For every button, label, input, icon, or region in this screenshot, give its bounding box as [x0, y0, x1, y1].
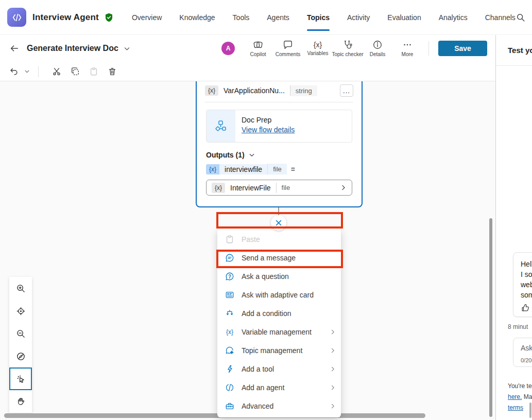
menu-item-ask-with-adaptive-card[interactable]: Ask with adaptive card	[217, 286, 341, 304]
chat-input-card: 0/200	[513, 338, 532, 367]
details-label: Details	[370, 51, 386, 57]
chat-input[interactable]	[521, 344, 532, 352]
flow-card[interactable]: Doc Prep View flow details	[206, 110, 352, 143]
agent-logo-icon	[7, 8, 26, 27]
paste-icon	[86, 64, 101, 79]
submenu-chevron-right-icon	[330, 347, 336, 354]
copilot-studio-window: Interview Agent Overview Knowledge Tools…	[0, 0, 532, 420]
delete-icon[interactable]	[105, 64, 120, 79]
menu-label: Ask a question	[242, 272, 289, 281]
set-variable-node[interactable]: {x} VarApplicationNu... string ...	[196, 81, 363, 207]
topic-checker-label: Topic checker	[332, 51, 363, 57]
back-arrow-icon[interactable]	[6, 40, 23, 57]
nav-analytics[interactable]: Analytics	[439, 0, 468, 34]
nav-topics[interactable]: Topics	[307, 0, 330, 34]
menu-item-add-an-agent[interactable]: Add an agent	[217, 378, 341, 397]
nav-tools[interactable]: Tools	[233, 0, 250, 34]
test-panel-scrollbar[interactable]	[529, 402, 531, 418]
edit-toolbar	[0, 62, 495, 81]
more-label: More	[402, 51, 414, 57]
canvas-tool-rail	[9, 277, 32, 413]
copilot-label: Copilot	[250, 51, 266, 57]
comments-label: Comments	[276, 51, 300, 57]
input-chevron-right-icon[interactable]	[340, 184, 347, 191]
test-panel-footer: You're tes here. Mak terms	[508, 381, 532, 413]
equals-sign: =	[291, 165, 295, 173]
canvas-vertical-scrollbar[interactable]	[489, 218, 492, 417]
output-value-input[interactable]: {x} InterviewFile file	[206, 180, 352, 196]
terms-link[interactable]: terms	[508, 404, 523, 411]
output-variable-name: interviewfile	[219, 164, 267, 174]
authoring-canvas[interactable]: {x} VarApplicationNu... string ...	[0, 81, 495, 420]
avatar[interactable]: A	[221, 42, 235, 55]
copy-icon[interactable]	[67, 64, 83, 79]
minimap-toggle-icon[interactable]	[9, 345, 32, 367]
more-button[interactable]: More	[393, 37, 421, 60]
search-icon[interactable]	[513, 10, 528, 25]
variables-button[interactable]: {x} Variables	[304, 37, 332, 60]
edit-toolbar-divider	[38, 66, 39, 77]
message-line: Hell	[521, 259, 532, 269]
here-link[interactable]: here.	[508, 393, 522, 400]
menu-item-topic-management[interactable]: Topic management	[217, 341, 341, 360]
topic-management-icon	[225, 345, 235, 356]
input-variable-name: InterviewFile	[225, 184, 276, 192]
outputs-chevron-down-icon[interactable]	[249, 152, 255, 158]
comments-button[interactable]: Comments	[274, 37, 302, 60]
node-variable-row[interactable]: {x} VarApplicationNu... string ...	[205, 84, 353, 102]
copilot-button[interactable]: Copilot	[244, 37, 272, 60]
ask-question-icon	[225, 271, 235, 282]
pan-hand-icon[interactable]	[9, 390, 32, 413]
outputs-header[interactable]: Outputs (1)	[206, 151, 362, 159]
menu-item-ask-a-question[interactable]: Ask a question	[217, 267, 341, 286]
menu-item-send-a-message[interactable]: Send a message	[217, 249, 341, 267]
menu-label: Add an agent	[242, 383, 284, 392]
canvas-horizontal-scrollbar[interactable]	[4, 413, 425, 418]
menu-item-add-a-tool[interactable]: Add a tool	[217, 360, 341, 378]
menu-item-advanced[interactable]: Advanced	[217, 397, 341, 415]
select-tool-icon[interactable]	[9, 367, 32, 390]
undo-icon[interactable]	[6, 64, 22, 79]
center-canvas-icon[interactable]	[9, 300, 32, 322]
condition-branch-icon	[225, 308, 235, 319]
undo-chevron-down-icon[interactable]	[22, 64, 32, 79]
submenu-chevron-right-icon	[330, 366, 336, 372]
topic-header-bar: Generate Interview Doc A Copilot Comment…	[0, 35, 495, 62]
footer-text: You're tes	[508, 381, 532, 392]
topic-title: Generate Interview Doc	[27, 44, 118, 53]
output-variable-chip[interactable]: {x} interviewfile file =	[206, 164, 362, 174]
nav-overview[interactable]: Overview	[132, 0, 162, 34]
nav-knowledge[interactable]: Knowledge	[179, 0, 215, 34]
close-add-node-icon[interactable]	[271, 215, 286, 231]
message-line: som	[521, 290, 532, 300]
verified-shield-icon	[105, 13, 113, 22]
thumbs-up-icon[interactable]	[521, 303, 532, 312]
zoom-out-icon[interactable]	[9, 322, 32, 345]
node-more-icon[interactable]: ...	[340, 84, 353, 97]
nav-evaluation[interactable]: Evaluation	[387, 0, 421, 34]
output-variable-type: file	[267, 164, 287, 174]
char-counter: 0/200	[521, 357, 532, 363]
topic-title-chevron-down-icon[interactable]	[124, 45, 130, 52]
variable-prefix-icon: {x}	[205, 85, 218, 96]
topic-checker-button[interactable]: Topic checker	[334, 37, 362, 60]
footer-text: Mak	[522, 393, 532, 400]
test-panel-title: Test yo	[508, 46, 532, 55]
save-button[interactable]: Save	[438, 41, 487, 56]
zoom-in-icon[interactable]	[9, 277, 32, 300]
cut-icon[interactable]	[49, 64, 64, 79]
nav-agents[interactable]: Agents	[267, 0, 289, 34]
menu-item-variable-management[interactable]: {x} Variable management	[217, 323, 341, 341]
view-flow-details-link[interactable]: View flow details	[242, 126, 295, 134]
message-line: web	[521, 279, 532, 290]
variable-type: string	[290, 85, 317, 96]
details-button[interactable]: Details	[364, 37, 391, 60]
variable-name: VarApplicationNu...	[218, 86, 290, 95]
variable-icon: {x}	[225, 327, 235, 337]
nav-activity[interactable]: Activity	[347, 0, 370, 34]
header-divider	[428, 41, 429, 56]
send-message-icon	[225, 253, 235, 263]
menu-item-add-a-condition[interactable]: Add a condition	[217, 304, 341, 323]
variables-label: Variables	[307, 50, 329, 56]
nav-channels[interactable]: Channels	[485, 0, 516, 34]
